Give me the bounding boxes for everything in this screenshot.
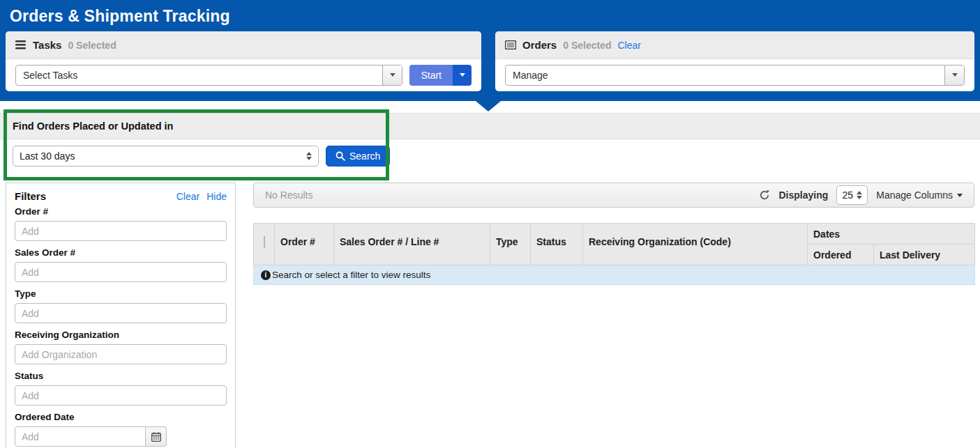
empty-results-message: Search or select a filter to view result…: [272, 270, 430, 280]
filter-label-sales-order-number: Sales Order #: [15, 247, 227, 258]
page-title: Orders & Shipment Tracking: [0, 0, 980, 26]
tasks-panel-header: Tasks 0 Selected: [6, 31, 481, 59]
filters-sidebar: Filters Clear Hide Order # Sales Order #…: [6, 183, 236, 448]
page-size-value: 25: [842, 190, 853, 201]
filter-label-type: Type: [15, 288, 227, 299]
chevron-down-icon: [390, 73, 395, 77]
results-toolbar: No Results Displaying 25 Manage Columns: [253, 183, 974, 208]
select-all-cell: [254, 224, 275, 265]
type-input[interactable]: [15, 303, 227, 323]
column-header-ordered[interactable]: Ordered: [808, 245, 874, 265]
filter-label-order-number: Order #: [15, 206, 227, 217]
tasks-panel-title: Tasks: [33, 39, 61, 51]
filters-hide-link[interactable]: Hide: [206, 191, 227, 202]
select-tasks-caret-button[interactable]: [382, 65, 402, 85]
orders-manage-caret-button[interactable]: [944, 65, 964, 85]
orders-panel-body: Manage: [495, 59, 974, 91]
select-arrows-icon: [306, 152, 312, 160]
results-status-text: No Results: [265, 190, 312, 201]
chevron-down-icon: [952, 73, 958, 77]
tasks-selected-count: 0 Selected: [68, 40, 116, 51]
app-header: Orders & Shipment Tracking Tasks 0 Selec…: [0, 0, 980, 101]
tasks-panel-body: Select Tasks Start: [6, 59, 481, 91]
page-size-select[interactable]: 25: [836, 185, 868, 205]
filters-title: Filters: [15, 190, 46, 202]
select-arrows-icon: [857, 191, 862, 199]
find-orders-controls: Last 30 days Search: [0, 139, 980, 173]
orders-shipment-tracking-page: Orders & Shipment Tracking Tasks 0 Selec…: [0, 0, 980, 448]
filter-label-receiving-organization: Receiving Organization: [15, 330, 227, 340]
orders-clear-link[interactable]: Clear: [617, 40, 640, 51]
orders-selected-count: 0 Selected: [563, 40, 611, 51]
date-range-select[interactable]: Last 30 days: [13, 146, 319, 167]
calendar-icon: [151, 432, 161, 442]
ordered-date-input[interactable]: [15, 426, 146, 447]
manage-columns-label: Manage Columns: [876, 190, 953, 201]
find-orders-section: Find Orders Placed or Updated in Last 30…: [0, 113, 980, 173]
orders-panel-header: Orders 0 Selected Clear: [495, 31, 974, 59]
filters-clear-link[interactable]: Clear: [176, 191, 199, 202]
filter-label-status: Status: [15, 371, 227, 381]
calendar-button[interactable]: [146, 426, 167, 447]
tasks-panel: Tasks 0 Selected Select Tasks Start: [6, 31, 481, 91]
empty-results-row: i Search or select a filter to view resu…: [254, 265, 975, 285]
search-icon: [336, 151, 345, 161]
tasks-list-icon: [15, 40, 27, 49]
orders-list-icon: [505, 40, 516, 49]
column-header-receiving-organization[interactable]: Receiving Organization (Code): [583, 224, 808, 265]
select-tasks-value: Select Tasks: [16, 65, 382, 85]
search-button-label: Search: [349, 150, 380, 162]
start-split-button: Start: [409, 65, 472, 86]
column-group-dates: Dates: [808, 224, 975, 245]
filter-label-ordered-date: Ordered Date: [15, 412, 227, 422]
orders-panel-title: Orders: [522, 39, 557, 51]
find-orders-heading: Find Orders Placed or Updated in: [0, 113, 980, 139]
chevron-down-icon: [957, 194, 963, 197]
orders-manage-dropdown[interactable]: Manage: [505, 65, 965, 86]
search-button[interactable]: Search: [326, 146, 390, 167]
refresh-icon[interactable]: [759, 190, 770, 201]
header-pointer-notch: [476, 101, 501, 111]
column-header-type[interactable]: Type: [490, 224, 531, 265]
orders-panel: Orders 0 Selected Clear Manage: [495, 31, 974, 91]
column-header-last-delivery[interactable]: Last Delivery: [874, 245, 975, 265]
column-header-order-number[interactable]: Order #: [275, 224, 334, 265]
manage-columns-dropdown[interactable]: Manage Columns: [876, 190, 963, 201]
select-tasks-dropdown[interactable]: Select Tasks: [15, 65, 402, 86]
results-table: Order # Sales Order # / Line # Type Stat…: [253, 223, 975, 285]
status-input[interactable]: [15, 385, 227, 405]
orders-manage-value: Manage: [506, 65, 944, 85]
chevron-down-icon: [460, 73, 465, 77]
displaying-label: Displaying: [778, 190, 828, 201]
start-caret-button[interactable]: [453, 65, 472, 86]
column-header-status[interactable]: Status: [531, 224, 583, 265]
order-number-input[interactable]: [15, 221, 227, 241]
column-header-sales-order-line[interactable]: Sales Order # / Line #: [334, 224, 490, 265]
start-button[interactable]: Start: [409, 65, 453, 86]
info-icon: i: [261, 270, 271, 280]
receiving-organization-input[interactable]: [15, 344, 227, 364]
sales-order-number-input[interactable]: [15, 262, 227, 282]
date-range-value: Last 30 days: [20, 150, 306, 162]
select-all-checkbox[interactable]: [264, 235, 265, 248]
